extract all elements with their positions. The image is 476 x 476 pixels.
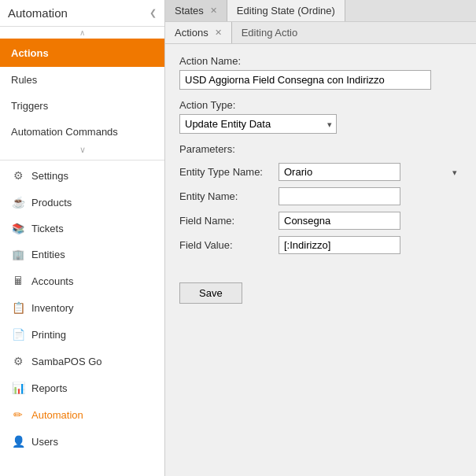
action-name-input[interactable]	[179, 70, 431, 90]
sidebar-printing-label: Printing	[31, 329, 66, 341]
action-type-label: Action Type:	[179, 99, 462, 111]
action-type-group: Action Type: Update Entity Data	[179, 99, 462, 134]
sidebar-item-settings[interactable]: ⚙ Settings	[0, 162, 164, 189]
field-name-input[interactable]	[279, 212, 400, 230]
sidebar-reports-label: Reports	[31, 382, 68, 394]
products-icon: ☕	[11, 196, 25, 208]
sidebar-sambapos-go-label: SambaPOS Go	[31, 356, 102, 367]
sidebar-inventory-label: Inventory	[31, 302, 73, 314]
automation-icon: ✏	[11, 408, 25, 421]
entities-icon: 🏢	[11, 249, 25, 260]
sidebar-rules-label: Rules	[11, 74, 37, 86]
app-container: Automation ❮ ∧ Actions Rules Triggers Au…	[0, 0, 476, 476]
entity-type-select[interactable]: Orario	[279, 163, 400, 181]
settings-icon: ⚙	[11, 169, 25, 182]
sidebar-separator	[0, 160, 164, 161]
sidebar-entities-label: Entities	[31, 249, 65, 260]
field-value-label: Field Value:	[179, 239, 274, 251]
sidebar-automation-label: Automation	[31, 409, 83, 421]
field-name-label: Field Name:	[179, 215, 274, 227]
main-content: States ✕ Editing State (Ordine) Actions …	[165, 0, 476, 476]
printing-icon: 📄	[11, 328, 25, 341]
parameters-label: Parameters:	[179, 143, 462, 155]
inventory-icon: 📋	[11, 301, 25, 314]
form-area: Action Name: Action Type: Update Entity …	[165, 44, 476, 476]
entity-form: Entity Type Name: Orario Entity Name: Fi…	[179, 163, 462, 254]
sidebar-item-tickets[interactable]: 📚 Tickets	[0, 216, 164, 242]
sidebar-tickets-label: Tickets	[31, 223, 64, 234]
sidebar-item-triggers[interactable]: Triggers	[0, 93, 164, 119]
sidebar-item-rules[interactable]: Rules	[0, 67, 164, 93]
tab-editing-state-label: Editing State (Ordine)	[237, 5, 335, 17]
tab-states-close[interactable]: ✕	[210, 6, 217, 16]
field-value-input[interactable]	[279, 236, 400, 254]
entity-name-input[interactable]	[279, 187, 400, 205]
sidebar-item-accounts[interactable]: 🖩 Accounts	[0, 268, 164, 294]
sidebar-item-sambapos-go[interactable]: ⚙ SambaPOS Go	[0, 348, 164, 375]
tab-states[interactable]: States ✕	[165, 0, 227, 21]
tab-actions-label: Actions	[175, 27, 208, 39]
entity-type-select-wrapper: Orario	[279, 163, 462, 181]
save-button[interactable]: Save	[179, 282, 242, 304]
tab-actions-close[interactable]: ✕	[215, 28, 222, 38]
sidebar-triggers-label: Triggers	[11, 100, 48, 112]
tab-editing-state[interactable]: Editing State (Ordine)	[227, 0, 345, 21]
sidebar-item-users[interactable]: 👤 Users	[0, 428, 164, 455]
reports-icon: 📊	[11, 382, 25, 394]
sidebar-sub-arrow: ∨	[0, 145, 164, 158]
tab-states-label: States	[175, 5, 204, 17]
sidebar-header: Automation ❮	[0, 0, 164, 27]
sambapos-go-icon: ⚙	[11, 355, 25, 367]
sidebar-automation-commands-label: Automation Commands	[11, 126, 118, 138]
sidebar-item-automation[interactable]: ✏ Automation	[0, 401, 164, 428]
users-icon: 👤	[11, 435, 25, 448]
sidebar: Automation ❮ ∧ Actions Rules Triggers Au…	[0, 0, 165, 476]
action-name-label: Action Name:	[179, 55, 462, 67]
sidebar-item-printing[interactable]: 📄 Printing	[0, 321, 164, 348]
sidebar-active-label: Actions	[11, 47, 49, 59]
tabs-row-2: Actions ✕ Editing Actio	[165, 22, 476, 44]
action-name-group: Action Name:	[179, 55, 462, 90]
sidebar-collapse-arrow: ∧	[0, 27, 164, 39]
sidebar-item-inventory[interactable]: 📋 Inventory	[0, 294, 164, 321]
sidebar-item-products[interactable]: ☕ Products	[0, 189, 164, 216]
sidebar-products-label: Products	[31, 197, 72, 208]
sidebar-item-automation-commands[interactable]: Automation Commands	[0, 119, 164, 145]
tabs-row-1: States ✕ Editing State (Ordine)	[165, 0, 476, 22]
action-type-select-wrapper: Update Entity Data	[179, 114, 337, 134]
tickets-icon: 📚	[11, 223, 25, 234]
sidebar-item-actions[interactable]: Actions	[0, 39, 164, 67]
sidebar-users-label: Users	[31, 436, 58, 448]
sidebar-title: Automation	[8, 6, 68, 20]
action-type-select[interactable]: Update Entity Data	[179, 114, 337, 134]
parameters-group: Parameters: Entity Type Name: Orario Ent…	[179, 143, 462, 254]
sidebar-accounts-label: Accounts	[31, 275, 73, 287]
sidebar-item-reports[interactable]: 📊 Reports	[0, 375, 164, 401]
accounts-icon: 🖩	[11, 275, 25, 287]
tab-editing-action[interactable]: Editing Actio	[232, 22, 308, 43]
sidebar-item-entities[interactable]: 🏢 Entities	[0, 242, 164, 268]
entity-name-label: Entity Name:	[179, 190, 274, 202]
entity-type-label: Entity Type Name:	[179, 166, 274, 178]
sidebar-collapse-button[interactable]: ❮	[149, 8, 157, 18]
tab-actions[interactable]: Actions ✕	[165, 22, 232, 43]
tab-editing-action-label: Editing Actio	[242, 27, 298, 39]
sidebar-settings-label: Settings	[31, 170, 68, 182]
